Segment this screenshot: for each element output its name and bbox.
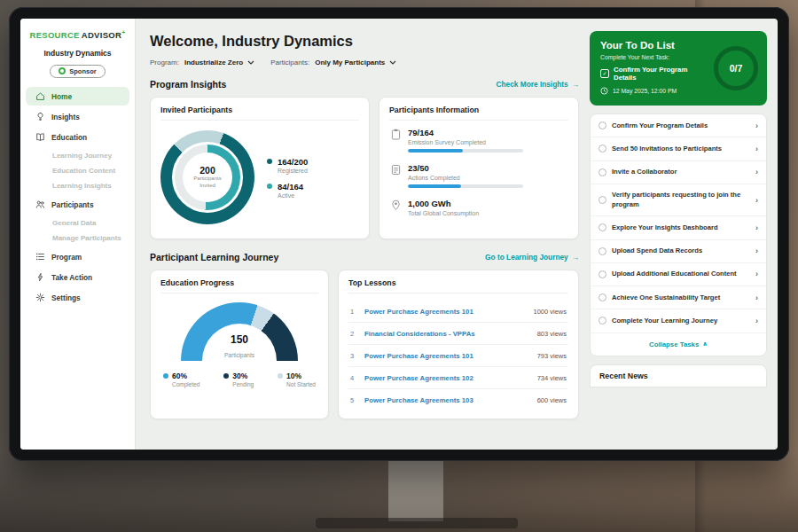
todo-progress-value: 0/7: [730, 63, 743, 74]
task-checkbox[interactable]: [598, 121, 606, 129]
emission-survey-progressbar: [408, 149, 523, 153]
todo-subtitle: Complete Your Next Task:: [600, 54, 712, 60]
recent-news-title: Recent News: [599, 372, 648, 380]
todo-progress-ring: 0/7: [714, 46, 758, 90]
sidebar-item-home[interactable]: Home: [26, 87, 129, 106]
participants-filter-label: Participants:: [270, 59, 309, 66]
sidebar-item-manage-participants[interactable]: Manage Participants: [26, 231, 129, 246]
sidebar-item-label: Program: [51, 253, 82, 262]
next-task-row[interactable]: ✓ Confirm Your Program Details: [600, 66, 712, 82]
sidebar-item-insights[interactable]: Insights: [26, 107, 129, 126]
consumption-row: 1,000 GWh Total Global Consumption: [391, 199, 567, 220]
lesson-row: 2 Financial Considerations - VPPAs 803 v…: [348, 323, 568, 345]
task-label: Explore Your Insights Dashboard: [612, 223, 750, 232]
check-more-insights-link[interactable]: Check More Insights →: [497, 80, 579, 89]
task-row-explore-insights[interactable]: Explore Your Insights Dashboard ›: [591, 216, 766, 239]
task-checkbox[interactable]: [598, 196, 606, 204]
task-row-send-invitations[interactable]: Send 50 Invitations to Participants ›: [591, 137, 766, 160]
sidebar-item-program[interactable]: Program: [26, 247, 129, 266]
go-to-learning-journey-text: Go to Learning Journey: [485, 253, 568, 262]
badge-wrap: Sponsor: [20, 62, 135, 78]
task-row-complete-learning-journey[interactable]: Complete Your Learning Journey ›: [591, 309, 766, 332]
task-checkbox[interactable]: [598, 317, 606, 325]
monitor-bezel: RESOURCEADVISOR+ Industry Dynamics Spons…: [9, 7, 789, 461]
lesson-link[interactable]: Power Purchase Agreements 101: [364, 352, 530, 360]
sidebar-item-label: Participants: [51, 200, 94, 209]
task-checkbox[interactable]: [598, 145, 606, 153]
task-checkbox[interactable]: [598, 270, 606, 278]
task-label: Achieve One Sustainability Target: [612, 293, 750, 302]
task-row-invite-collaborator[interactable]: Invite a Collaborator ›: [591, 161, 766, 184]
sidebar-item-label: Insights: [51, 113, 80, 121]
filter-bar: Program: Industrialize Zero Participants…: [150, 59, 579, 66]
chevron-down-icon: [247, 60, 254, 65]
task-row-achieve-target[interactable]: Achieve One Sustainability Target ›: [591, 286, 766, 309]
legend-item-pending: 30% Pending: [223, 372, 254, 387]
sidebar-item-education-content[interactable]: Education Content: [26, 163, 129, 178]
home-icon: [35, 91, 45, 101]
task-row-confirm-program[interactable]: Confirm Your Program Details ›: [591, 114, 766, 137]
collapse-tasks-link[interactable]: Collapse Tasks ∧: [591, 333, 766, 356]
participants-select[interactable]: Only My Participants: [315, 59, 396, 66]
brand-secondary-text: ADVISOR: [82, 30, 121, 40]
lesson-rank: 3: [350, 352, 357, 360]
sidebar-item-take-action[interactable]: Take Action: [26, 268, 129, 286]
task-checkbox[interactable]: [598, 168, 606, 176]
learning-journey-section-header: Participant Learning Journey Go to Learn…: [150, 252, 579, 262]
collapse-tasks-text: Collapse Tasks: [649, 340, 699, 348]
sidebar-item-label: Settings: [51, 293, 81, 302]
participants-information-card: Participants Information 79/164 Emission…: [379, 97, 579, 239]
education-legend: 60% Completed 30% Pending: [160, 372, 318, 387]
recent-news-header[interactable]: Recent News: [590, 364, 767, 387]
actions-completed-label: Actions Completed: [408, 175, 523, 181]
task-row-upload-educational-content[interactable]: Upload Additional Educational Content ›: [591, 263, 766, 286]
program-select[interactable]: Industrialize Zero: [184, 59, 254, 66]
sidebar-item-participants[interactable]: Participants: [26, 195, 129, 214]
invited-donut-chart: 200 Participants Invited: [160, 130, 254, 224]
lesson-link[interactable]: Power Purchase Agreements 101: [364, 308, 526, 316]
lesson-link[interactable]: Power Purchase Agreements 103: [364, 396, 530, 404]
lesson-rank: 5: [350, 396, 357, 404]
location-pin-icon: [391, 200, 401, 211]
task-checkbox[interactable]: [598, 247, 606, 255]
sidebar-nav: Home Insights Education Learning Journey…: [20, 87, 135, 307]
due-date-row: 12 May 2025, 12:00 PM: [600, 87, 712, 95]
pending-value: 30%: [232, 372, 254, 380]
task-checkbox[interactable]: [598, 223, 606, 231]
participants-icon: [35, 200, 45, 209]
completed-dot-icon: [163, 373, 168, 379]
insights-cards-row: Invited Participants 200 Participants In…: [150, 97, 579, 239]
task-row-upload-spend-data[interactable]: Upload Spend Data Records ›: [591, 240, 766, 263]
sidebar-item-label: Education: [51, 133, 87, 142]
lesson-rank: 4: [350, 374, 357, 382]
actions-progressbar: [408, 184, 523, 188]
lesson-link[interactable]: Financial Considerations - VPPAs: [364, 330, 530, 338]
sidebar-item-education[interactable]: Education: [26, 128, 129, 146]
go-to-learning-journey-link[interactable]: Go to Learning Journey →: [485, 253, 579, 262]
pending-dot-icon: [223, 373, 229, 379]
task-checkbox[interactable]: [598, 293, 606, 301]
checklist-icon: [391, 164, 401, 176]
lesson-row: 3 Power Purchase Agreements 101 793 view…: [348, 345, 568, 367]
sidebar-item-learning-insights[interactable]: Learning Insights: [26, 178, 129, 193]
brand-logo: RESOURCEADVISOR+: [20, 29, 135, 40]
legend-item-active: 84/164 Active: [267, 182, 308, 199]
main-content: Welcome, Industry Dynamics Program: Indu…: [136, 19, 590, 450]
sidebar-item-settings[interactable]: Settings: [26, 288, 129, 307]
chevron-right-icon: ›: [755, 168, 758, 176]
lesson-rank: 1: [350, 308, 357, 316]
task-label: Send 50 Invitations to Participants: [612, 145, 750, 153]
active-label: Active: [278, 192, 303, 199]
sponsor-icon: [59, 67, 66, 74]
lesson-link[interactable]: Power Purchase Agreements 102: [364, 374, 530, 382]
photo-background: RESOURCEADVISOR+ Industry Dynamics Spons…: [0, 0, 798, 532]
todo-title: Your To Do List: [600, 40, 712, 51]
chevron-right-icon: ›: [755, 196, 758, 205]
chevron-up-icon: ∧: [702, 340, 708, 348]
task-row-verify-participants[interactable]: Verify participants requesting to join t…: [591, 184, 766, 217]
sidebar-item-general-data[interactable]: General Data: [26, 215, 129, 231]
invited-legend: 164/200 Registered 84/164 Active: [267, 149, 308, 207]
brand-secondary: ADVISOR+: [82, 30, 126, 40]
chevron-right-icon: ›: [755, 270, 758, 278]
sidebar-item-learning-journey[interactable]: Learning Journey: [26, 148, 129, 163]
